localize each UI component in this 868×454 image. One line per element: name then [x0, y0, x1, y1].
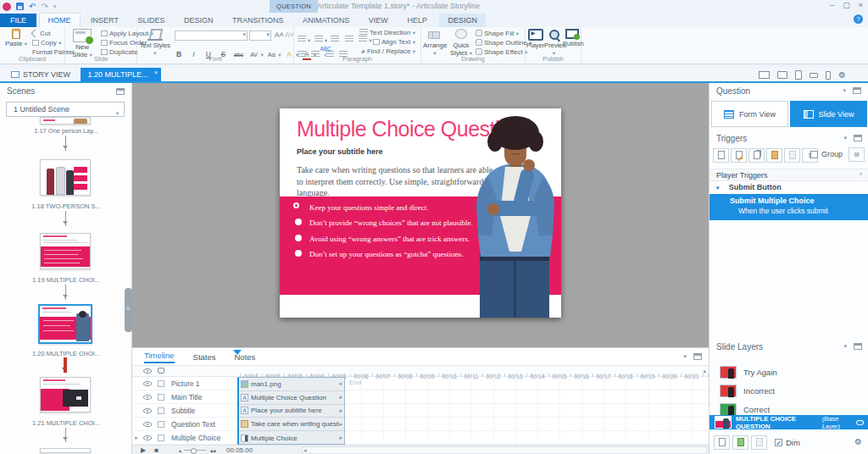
- row-checkbox[interactable]: [158, 421, 164, 428]
- desktop-preview-icon[interactable]: [759, 71, 770, 79]
- numbering-icon[interactable]: [314, 36, 323, 42]
- layer-base-selected[interactable]: MULTIPLE CHOICE QUESTION (Base Layer): [709, 415, 868, 429]
- tab-states[interactable]: States: [193, 352, 216, 362]
- visibility-icon[interactable]: [143, 381, 152, 386]
- row-checkbox[interactable]: [158, 407, 164, 414]
- new-layer-button[interactable]: [714, 435, 730, 450]
- customize-toolbar-icon[interactable]: ▾: [53, 1, 57, 12]
- edit-trigger-button[interactable]: [731, 148, 747, 163]
- tablet-landscape-icon[interactable]: [777, 71, 787, 79]
- undo-icon[interactable]: ↶: [29, 1, 36, 12]
- slide-thumbnail-1-21[interactable]: [40, 377, 91, 412]
- man-photo[interactable]: [468, 116, 561, 318]
- tab-slide-1-20[interactable]: 1.20 MULTIPLE...×: [81, 68, 162, 81]
- zoom-in-icon[interactable]: ▴▴: [210, 447, 216, 454]
- duplicate-layer-button[interactable]: [732, 435, 748, 450]
- panel-menu-icon[interactable]: ▾: [843, 135, 847, 141]
- radio-icon[interactable]: [295, 219, 302, 225]
- layer-visibility-icon[interactable]: [856, 420, 864, 425]
- player-triggers-section[interactable]: Player Triggers ᶻ: [709, 169, 868, 181]
- copy-button[interactable]: Copy ▾: [32, 39, 61, 47]
- group-checkbox[interactable]: [810, 151, 818, 158]
- minimize-button[interactable]: –: [830, 1, 834, 9]
- slide-thumbnail-partial[interactable]: [40, 448, 91, 453]
- new-slide-button[interactable]: New Slide ▾: [68, 29, 97, 58]
- phone-portrait-icon[interactable]: [826, 71, 831, 80]
- radio-selected-icon[interactable]: [293, 202, 299, 208]
- scroll-left-icon[interactable]: ◂: [303, 447, 307, 454]
- slide-thumbnail-1-18[interactable]: [40, 159, 91, 196]
- shrink-font-button[interactable]: A˅: [285, 30, 294, 39]
- answer-option[interactable]: Avoid using “wrong answers” that are tri…: [295, 235, 473, 243]
- tab-slides[interactable]: SLIDES: [129, 14, 173, 28]
- cut-button[interactable]: Cut: [32, 30, 50, 37]
- quick-styles-button[interactable]: Quick Styles ▾: [448, 29, 474, 57]
- form-view-button[interactable]: Form View: [711, 101, 788, 127]
- visibility-icon[interactable]: [143, 408, 152, 413]
- tab-timeline[interactable]: Timeline: [144, 351, 175, 363]
- answer-option-selected[interactable]: Keep your questions simple and direct.: [295, 203, 473, 212]
- selected-trigger[interactable]: Submit Multiple Choice When the user cli…: [709, 194, 868, 220]
- help-icon[interactable]: ?: [854, 14, 863, 24]
- timeline-bar-main-title[interactable]: A Multiple Choice Question▸: [239, 391, 344, 405]
- collapse-all-icon[interactable]: ᶻ: [860, 169, 862, 181]
- timeline-row-picture1[interactable]: Picture 1: [132, 377, 709, 390]
- answer-option[interactable]: Don’t provide “wrong choices” that are n…: [295, 219, 473, 227]
- tab-insert[interactable]: INSERT: [82, 14, 127, 28]
- radio-icon[interactable]: [295, 235, 302, 241]
- timeline-bar-question-text[interactable]: Take care when writing questions s...▸: [239, 418, 344, 431]
- indent-decrease-icon[interactable]: [331, 36, 339, 42]
- arrange-button[interactable]: Arrange ▾: [423, 29, 447, 57]
- panel-dock-icon[interactable]: [853, 87, 861, 94]
- visibility-icon[interactable]: [143, 435, 152, 440]
- indent-increase-icon[interactable]: [345, 36, 353, 42]
- submit-button-group[interactable]: ▾ Submit Button: [709, 181, 868, 194]
- font-name-combo[interactable]: [175, 30, 248, 41]
- close-tab-icon[interactable]: ×: [154, 66, 159, 80]
- font-size-combo[interactable]: [249, 30, 271, 41]
- delete-layer-button[interactable]: [751, 435, 767, 450]
- slide-thumbnail-1-17[interactable]: [40, 117, 91, 125]
- layer-try-again[interactable]: Try Again: [709, 363, 868, 381]
- line-spacing-icon[interactable]: [359, 36, 367, 42]
- delete-trigger-button[interactable]: [784, 148, 800, 163]
- group-toggle[interactable]: Group: [810, 150, 843, 158]
- save-icon[interactable]: [16, 3, 24, 10]
- timeline-bar-multiple-choice[interactable]: Multiple Choice▸: [239, 431, 344, 445]
- player-button[interactable]: Player: [526, 29, 544, 49]
- trigger-action[interactable]: Submit Multiple Choice: [709, 194, 868, 205]
- tablet-portrait-icon[interactable]: [795, 70, 802, 80]
- paste-trigger-button[interactable]: [766, 148, 782, 163]
- tab-file[interactable]: FILE: [0, 14, 36, 28]
- row-checkbox[interactable]: [158, 435, 164, 441]
- timeline-bar-subtitle[interactable]: A Place your subtitle here▸: [239, 405, 344, 418]
- panel-menu-icon[interactable]: ▾: [843, 343, 847, 350]
- row-checkbox[interactable]: [158, 380, 164, 387]
- tab-help[interactable]: HELP: [398, 14, 436, 28]
- shape-outline-button[interactable]: Shape Outline ▾: [476, 39, 531, 47]
- slide-view-button[interactable]: Slide View: [790, 101, 867, 127]
- grow-font-button[interactable]: A˄: [275, 30, 284, 39]
- scene-selector[interactable]: 1 Untitled Scene▾: [6, 102, 125, 117]
- timeline-object-bars[interactable]: man1.png▸ A Multiple Choice Question▸ A …: [237, 377, 345, 445]
- slide-question-text[interactable]: Take care when writing questions so that…: [297, 164, 493, 199]
- stop-icon[interactable]: ■: [154, 446, 159, 454]
- slide-thumbnail-1-20-selected[interactable]: [38, 304, 92, 344]
- visibility-icon[interactable]: [143, 422, 152, 427]
- dim-toggle[interactable]: ✓ Dim: [775, 438, 800, 447]
- redo-icon[interactable]: ↷: [41, 1, 47, 12]
- phone-landscape-icon[interactable]: [810, 73, 818, 78]
- preview-button[interactable]: Preview ▾: [544, 29, 564, 57]
- panel-dock-icon[interactable]: [854, 343, 862, 350]
- wand-button[interactable]: ⊠: [849, 147, 865, 162]
- close-button[interactable]: ×: [859, 1, 863, 9]
- new-trigger-button[interactable]: [713, 148, 729, 163]
- timeline-ruler[interactable]: 00:0100:0200:0300:0400:0500:0600:0700:08…: [132, 366, 709, 377]
- preview-settings-gear-icon[interactable]: ⚙: [838, 71, 846, 80]
- timeline-scroll-up-icon[interactable]: ▴: [703, 368, 706, 374]
- layer-incorrect[interactable]: Incorrect: [709, 381, 868, 400]
- app-logo-icon[interactable]: [3, 3, 11, 11]
- layer-settings-gear-icon[interactable]: ⚙: [854, 438, 862, 446]
- slide-stage[interactable]: Multiple Choice Question Place your subt…: [280, 108, 561, 318]
- slide-thumbnail-1-19[interactable]: [40, 233, 91, 269]
